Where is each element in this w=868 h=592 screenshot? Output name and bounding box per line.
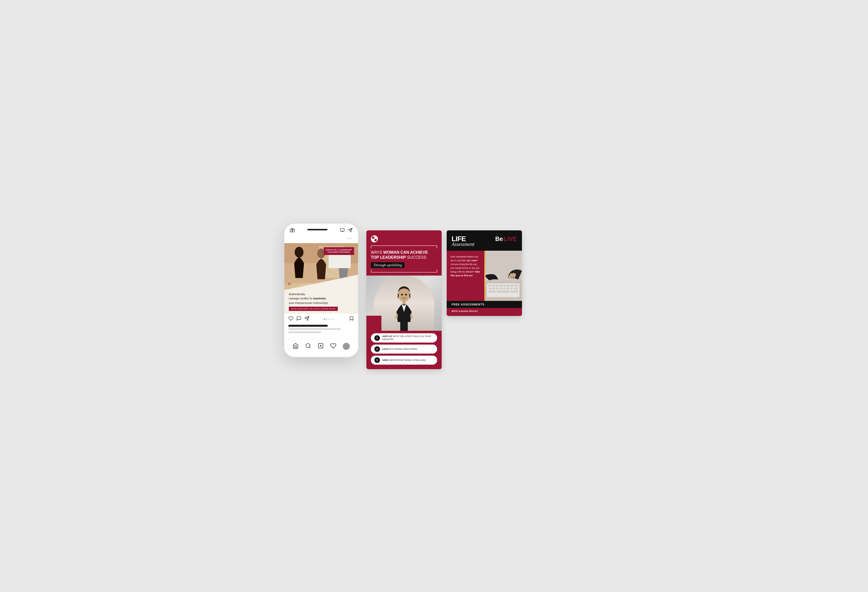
- save-icon[interactable]: [349, 316, 354, 322]
- card2-photo: [484, 251, 522, 301]
- svg-rect-2: [340, 229, 344, 231]
- scene: ···: [283, 223, 585, 369]
- svg-point-1: [292, 230, 293, 231]
- list-item-3: 3 SEEK MENTORSHIP WHILE UPSKILLING: [371, 356, 437, 365]
- card1-photo: [366, 276, 441, 331]
- camera-icon: [290, 227, 295, 234]
- comment-icon[interactable]: [296, 316, 301, 322]
- list-item-2: 2 LEAN INTO RISING INDUSTRIES: [371, 345, 437, 354]
- new-post-icon[interactable]: [318, 343, 324, 350]
- svg-rect-43: [497, 291, 510, 292]
- card1-list: 1 KEEP UP WITH THE LATEST SKILLS IN YOUR…: [366, 331, 441, 369]
- dot-5: [333, 319, 334, 320]
- svg-rect-33: [514, 285, 518, 286]
- gold-divider: [484, 251, 486, 301]
- svg-rect-42: [488, 291, 496, 292]
- svg-rect-40: [510, 288, 512, 289]
- svg-rect-44: [511, 291, 518, 292]
- assessment-card: LIFE Assessment Be LIVE Ever wondered wh…: [447, 230, 522, 316]
- card2-middle: Ever wondered where you are in your life…: [447, 251, 522, 301]
- tv-icon: [340, 228, 344, 233]
- card2-attribution: WITH ILHIANA ROJAS: [447, 308, 522, 316]
- card1-header: WAYS WOMAN CAN ACHIEVE TOP LEADERSHIP SU…: [366, 230, 441, 276]
- red-corner: [366, 316, 381, 331]
- activity-icon[interactable]: [330, 343, 336, 350]
- post-actions-bar: [284, 313, 358, 324]
- svg-rect-37: [499, 288, 502, 289]
- send-icon: [348, 228, 353, 233]
- svg-line-15: [309, 347, 310, 348]
- svg-rect-27: [492, 285, 495, 286]
- brand-logo-belive: Be LIVE: [495, 235, 517, 242]
- list-item-1: 1 KEEP UP WITH THE LATEST SKILLS IN YOUR…: [371, 333, 437, 343]
- caption-line-1: [288, 325, 328, 327]
- like-icon[interactable]: [288, 316, 293, 322]
- dot-4: [331, 319, 332, 320]
- carousel-dots: [309, 319, 349, 320]
- svg-rect-32: [511, 285, 514, 286]
- card2-title: LIFE Assessment: [452, 235, 475, 247]
- svg-rect-0: [290, 229, 294, 232]
- more-menu[interactable]: ···: [284, 236, 358, 243]
- svg-rect-31: [507, 285, 510, 286]
- svg-rect-30: [503, 285, 506, 286]
- svg-point-8: [295, 247, 303, 257]
- book-call-cta[interactable]: BOOK DISCOVERY CALL WITH ILHIANA ROJAS: [289, 307, 338, 311]
- bottom-nav: [284, 339, 358, 352]
- card1-subtitle: Through upskilling: [371, 262, 404, 268]
- caption-line-3: [288, 331, 321, 333]
- card2-bottom: FREE ASSESSMENTS WITH ILHIANA ROJAS: [447, 301, 522, 316]
- search-nav-icon[interactable]: [305, 343, 311, 350]
- profile-avatar[interactable]: [343, 343, 350, 350]
- post-caption: Authentically manage conflict to maximiz…: [289, 292, 354, 306]
- svg-rect-41: [514, 288, 518, 289]
- svg-rect-26: [488, 285, 491, 286]
- phone-notch: [307, 229, 328, 230]
- card1-title: WAYS WOMAN CAN ACHIEVE TOP LEADERSHIP SU…: [371, 250, 437, 260]
- svg-point-22: [405, 294, 407, 295]
- svg-rect-28: [496, 285, 499, 286]
- card2-header: LIFE Assessment Be LIVE: [447, 230, 522, 251]
- post-image: EXECUTIVE & LEADERSHIP COACHING PROGRAMS…: [284, 243, 358, 313]
- caption-line-2: [288, 328, 341, 330]
- svg-rect-29: [499, 285, 502, 286]
- border-bottom-lines: [371, 270, 437, 273]
- svg-rect-39: [506, 288, 509, 289]
- svg-point-14: [306, 344, 310, 348]
- brand-logo: [371, 235, 378, 242]
- svg-rect-34: [489, 288, 492, 289]
- phone-mockup: ···: [283, 223, 359, 357]
- svg-rect-35: [492, 288, 495, 289]
- leadership-card: WAYS WOMAN CAN ACHIEVE TOP LEADERSHIP SU…: [366, 230, 441, 369]
- keyboard-svg: [484, 251, 522, 301]
- card2-body: Ever wondered where you are in your life…: [447, 251, 484, 301]
- svg-point-21: [401, 294, 403, 295]
- post-badge: EXECUTIVE & LEADERSHIP COACHING PROGRAMS: [324, 247, 354, 255]
- border-top-lines: [371, 245, 437, 248]
- home-icon[interactable]: [292, 343, 299, 350]
- svg-point-20: [398, 288, 410, 301]
- svg-rect-36: [496, 288, 498, 289]
- dot-3: [328, 319, 330, 320]
- quote-mark: ": [288, 282, 291, 289]
- dot-2: [326, 319, 328, 320]
- share-icon[interactable]: [304, 316, 309, 322]
- cards-area: WAYS WOMAN CAN ACHIEVE TOP LEADERSHIP SU…: [366, 230, 585, 369]
- woman-svg: [388, 277, 420, 331]
- dot-1: [324, 319, 325, 320]
- free-badge: FREE ASSESSMENTS: [447, 301, 522, 308]
- caption-preview: [284, 324, 358, 337]
- svg-rect-38: [503, 288, 505, 289]
- phone-status-bar: [284, 224, 358, 236]
